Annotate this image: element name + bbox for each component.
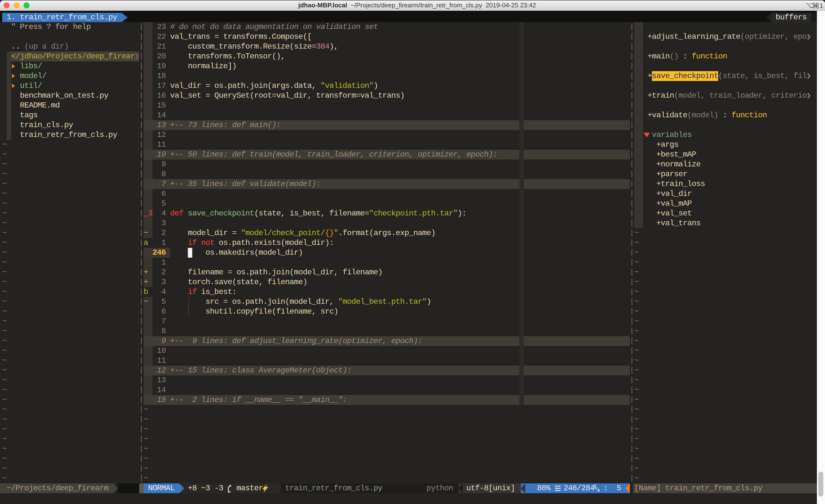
svg-text:1: 1 <box>820 2 823 9</box>
